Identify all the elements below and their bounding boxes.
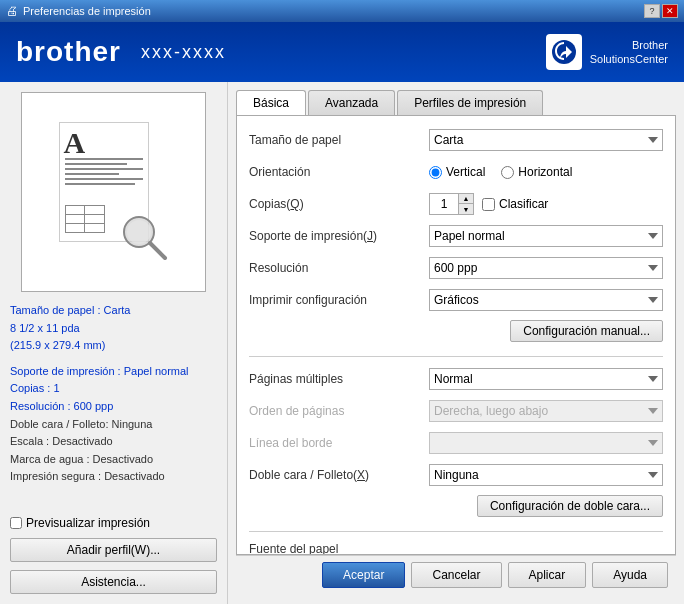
- right-panel: Básica Avanzada Perfiles de impresión Ta…: [228, 82, 684, 604]
- copies-row: Copias(Q) ▲ ▼ Clasificar: [249, 192, 663, 216]
- page-order-select[interactable]: Derecha, luego abajo Abajo, luego derech…: [429, 400, 663, 422]
- print-config-select[interactable]: Gráficos Texto Manual: [429, 289, 663, 311]
- preview-checkbox-row: Previsualizar impresión: [10, 516, 217, 530]
- info-paper-size2: 8 1/2 x 11 pda: [10, 320, 217, 338]
- classify-label: Clasificar: [499, 197, 548, 211]
- orientation-row: Orientación Vertical Horizontal: [249, 160, 663, 184]
- media-label: Soporte de impresión(J): [249, 229, 429, 243]
- tab-advanced[interactable]: Avanzada: [308, 90, 395, 115]
- resolution-label: Resolución: [249, 261, 429, 275]
- media-row: Soporte de impresión(J) Papel normal Pap…: [249, 224, 663, 248]
- media-select[interactable]: Papel normal Papel grueso Papel más grue…: [429, 225, 663, 247]
- copies-input-row: ▲ ▼ Clasificar: [429, 193, 663, 215]
- solutions-text: Brother SolutionsCenter: [590, 38, 668, 67]
- support-button[interactable]: Asistencia...: [10, 570, 217, 594]
- left-panel: A: [0, 82, 228, 604]
- duplex-label: Doble cara / Folleto(X): [249, 468, 429, 482]
- border-line-select[interactable]: Línea sólida Línea punteada: [429, 432, 663, 454]
- orientation-vertical-radio[interactable]: [429, 166, 442, 179]
- multiple-pages-section: Páginas múltiples Normal 2 en 1 4 en 1 O…: [249, 367, 663, 521]
- orientation-radio-group: Vertical Horizontal: [429, 165, 663, 179]
- multiple-pages-row: Páginas múltiples Normal 2 en 1 4 en 1: [249, 367, 663, 391]
- resolution-select[interactable]: 600 ppp 300 ppp: [429, 257, 663, 279]
- duplex-select[interactable]: Ninguna Borde largo Borde corto: [429, 464, 663, 486]
- title-bar-text: Preferencias de impresión: [23, 5, 644, 17]
- cancel-button[interactable]: Cancelar: [411, 562, 501, 588]
- solutions-icon: [546, 34, 582, 70]
- tab-basic[interactable]: Básica: [236, 90, 306, 115]
- page-order-label: Orden de páginas: [249, 404, 429, 418]
- copies-arrows: ▲ ▼: [458, 194, 473, 214]
- info-paper-size: Tamaño de papel : Carta: [10, 302, 217, 320]
- apply-button[interactable]: Aplicar: [508, 562, 587, 588]
- tab-content-basic: Tamaño de papel Carta A4 Legal A5 Orient…: [236, 115, 676, 555]
- close-title-button[interactable]: ✕: [662, 4, 678, 18]
- duplex-control: Ninguna Borde largo Borde corto: [429, 464, 663, 486]
- bottom-bar: Aceptar Cancelar Aplicar Ayuda: [236, 555, 676, 596]
- duplex-row: Doble cara / Folleto(X) Ninguna Borde la…: [249, 463, 663, 487]
- vertical-label: Vertical: [446, 165, 485, 179]
- media-control: Papel normal Papel grueso Papel más grue…: [429, 225, 663, 247]
- copies-up-arrow[interactable]: ▲: [459, 194, 473, 204]
- paper-size-row: Tamaño de papel Carta A4 Legal A5: [249, 128, 663, 152]
- classify-checkbox[interactable]: [482, 198, 495, 211]
- main-content: A: [0, 82, 684, 604]
- logo-area: brother xxx-xxxx: [16, 36, 226, 68]
- info-copies: Copias : 1: [10, 380, 217, 398]
- info-media: Soporte de impresión : Papel normal: [10, 363, 217, 381]
- tabs-row: Básica Avanzada Perfiles de impresión: [236, 90, 676, 115]
- orientation-horizontal-radio[interactable]: [501, 166, 514, 179]
- multiple-pages-select[interactable]: Normal 2 en 1 4 en 1: [429, 368, 663, 390]
- title-bar: 🖨 Preferencias de impresión ? ✕: [0, 0, 684, 22]
- paper-size-select[interactable]: Carta A4 Legal A5: [429, 129, 663, 151]
- paper-source-section: Fuente del papel Primera página Selecció…: [249, 542, 663, 555]
- paper-size-label: Tamaño de papel: [249, 133, 429, 147]
- add-profile-button[interactable]: Añadir perfil(W)...: [10, 538, 217, 562]
- model-number: xxx-xxxx: [141, 42, 226, 63]
- multiple-pages-control: Normal 2 en 1 4 en 1: [429, 368, 663, 390]
- header-bar: brother xxx-xxxx Brother SolutionsCenter: [0, 22, 684, 82]
- orientation-vertical-option[interactable]: Vertical: [429, 165, 485, 179]
- copies-spinner: ▲ ▼: [429, 193, 474, 215]
- manual-config-row: Configuración manual...: [249, 320, 663, 346]
- orientation-horizontal-option[interactable]: Horizontal: [501, 165, 572, 179]
- section-divider-1: [249, 356, 663, 357]
- copies-input[interactable]: [430, 194, 458, 214]
- manual-config-button[interactable]: Configuración manual...: [510, 320, 663, 342]
- page-order-row: Orden de páginas Derecha, luego abajo Ab…: [249, 399, 663, 423]
- help-button[interactable]: Ayuda: [592, 562, 668, 588]
- multiple-pages-label: Páginas múltiples: [249, 372, 429, 386]
- page-order-control: Derecha, luego abajo Abajo, luego derech…: [429, 400, 663, 422]
- preview-checkbox[interactable]: [10, 517, 22, 529]
- info-resolution: Resolución : 600 ppp: [10, 398, 217, 416]
- print-config-label: Imprimir configuración: [249, 293, 429, 307]
- tab-profiles[interactable]: Perfiles de impresión: [397, 90, 543, 115]
- brand-logo: brother: [16, 36, 121, 68]
- duplex-config-button[interactable]: Configuración de doble cara...: [477, 495, 663, 517]
- paper-source-title: Fuente del papel: [249, 542, 663, 555]
- print-config-control: Gráficos Texto Manual: [429, 289, 663, 311]
- copies-down-arrow[interactable]: ▼: [459, 204, 473, 214]
- copies-control: ▲ ▼ Clasificar: [429, 193, 663, 215]
- help-title-button[interactable]: ?: [644, 4, 660, 18]
- accept-button[interactable]: Aceptar: [322, 562, 405, 588]
- print-config-row: Imprimir configuración Gráficos Texto Ma…: [249, 288, 663, 312]
- paper-size-control: Carta A4 Legal A5: [429, 129, 663, 151]
- svg-point-2: [127, 220, 151, 244]
- info-duplex: Doble cara / Folleto: Ninguna: [10, 416, 217, 434]
- orientation-control: Vertical Horizontal: [429, 165, 663, 179]
- resolution-row: Resolución 600 ppp 300 ppp: [249, 256, 663, 280]
- border-line-label: Línea del borde: [249, 436, 429, 450]
- border-line-row: Línea del borde Línea sólida Línea punte…: [249, 431, 663, 455]
- info-secure: Impresión segura : Desactivado: [10, 468, 217, 486]
- resolution-control: 600 ppp 300 ppp: [429, 257, 663, 279]
- info-watermark: Marca de agua : Desactivado: [10, 451, 217, 469]
- preview-area: A: [21, 92, 206, 292]
- info-section: Tamaño de papel : Carta 8 1/2 x 11 pda (…: [10, 302, 217, 486]
- solutions-area: Brother SolutionsCenter: [546, 34, 668, 70]
- classify-row: Clasificar: [482, 197, 548, 211]
- info-paper-size3: (215.9 x 279.4 mm): [10, 337, 217, 355]
- border-line-control: Línea sólida Línea punteada: [429, 432, 663, 454]
- info-scale: Escala : Desactivado: [10, 433, 217, 451]
- bottom-buttons: Aceptar Cancelar Aplicar Ayuda: [322, 562, 668, 588]
